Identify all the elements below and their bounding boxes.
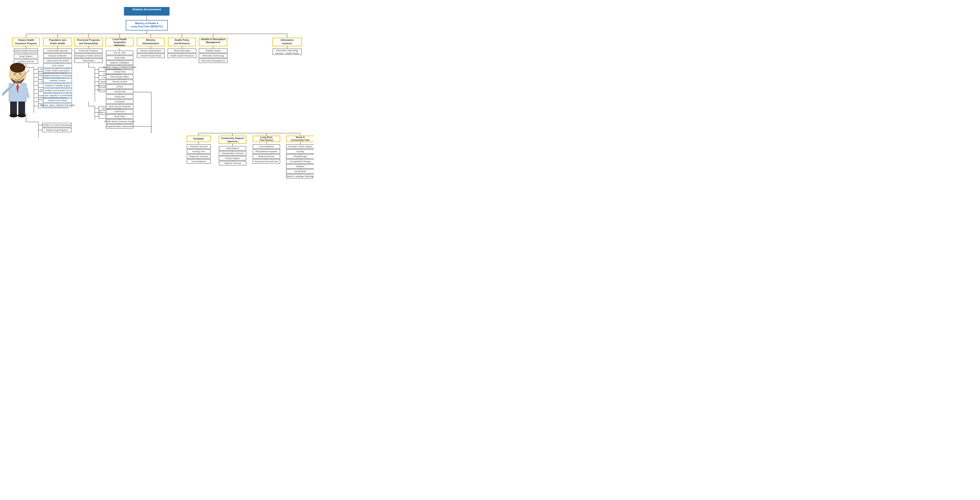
svg-text:Diagnostic Services: Diagnostic Services <box>189 155 208 158</box>
svg-text:Central: Central <box>116 85 123 88</box>
svg-text:Stewardship: Stewardship <box>83 59 94 62</box>
svg-text:Ontario Government: Ontario Government <box>132 8 161 11</box>
svg-text:Local Capacity & Coordination: Local Capacity & Coordination <box>43 94 72 97</box>
svg-text:Ontario Health: Ontario Health <box>18 38 34 41</box>
svg-text:Meal Delivery: Meal Delivery <box>226 147 239 150</box>
svg-text:Ontario Health Insurance: Ontario Health Insurance <box>14 49 38 52</box>
svg-text:Central West: Central West <box>113 70 126 73</box>
svg-text:Population and: Population and <box>49 38 66 41</box>
svg-text:Transportation Services: Transportation Services <box>221 152 244 154</box>
svg-text:Physiotherapy: Physiotherapy <box>293 155 307 158</box>
svg-text:Hamilton Niagara Haldimand Bra: Hamilton Niagara Haldimand Brant <box>103 66 136 68</box>
org-chart-svg: .svg-node-blue-fill { fill: #2970a8; str… <box>2 5 314 183</box>
svg-text:North Simcoe Muskoka: North Simcoe Muskoka <box>108 105 131 108</box>
svg-text:Information Technology: Information Technology <box>202 54 224 57</box>
svg-text:Care Homes: Care Homes <box>259 139 273 141</box>
svg-text:Smoke-Free Ontario: Smoke-Free Ontario <box>48 99 67 102</box>
svg-text:Social Work: Social Work <box>294 170 306 172</box>
svg-text:Local Health Agencies: Local Health Agencies <box>47 49 68 52</box>
svg-point-323 <box>14 73 16 75</box>
svg-text:Drug Program: Drug Program <box>19 55 33 57</box>
svg-text:Health Protection & Promotion: Health Protection & Promotion <box>43 74 72 77</box>
svg-text:Health Shared Services Ontario: Health Shared Services Ontario <box>105 120 135 123</box>
svg-text:Toronto Central: Toronto Central <box>113 80 127 83</box>
svg-text:Management: Management <box>206 41 221 43</box>
svg-text:Assistive Devices: Assistive Devices <box>18 60 34 63</box>
svg-text:Ministry of Health &: Ministry of Health & <box>135 22 158 25</box>
svg-text:Waterloo Wellington: Waterloo Wellington <box>110 61 129 64</box>
svg-text:Home &: Home & <box>296 136 305 139</box>
svg-text:Clinical Education: Clinical Education <box>173 49 191 52</box>
svg-text:Provincial Programs: Provincial Programs <box>79 49 98 52</box>
svg-text:Systems: Systems <box>282 42 292 45</box>
svg-text:Administration: Administration <box>142 42 159 45</box>
svg-text:Community Care: Community Care <box>291 139 310 141</box>
svg-text:Infection Control: Infection Control <box>50 79 65 82</box>
svg-text:Tuberculosis Prevention: Tuberculosis Prevention <box>46 59 69 62</box>
svg-text:Agencies: Agencies <box>228 140 238 143</box>
svg-text:Nursing: Nursing <box>297 150 304 153</box>
svg-text:Dietetics: Dietetics <box>296 165 305 167</box>
svg-text:Family Support: Family Support <box>225 157 240 159</box>
svg-text:Physician Services: Physician Services <box>189 145 208 148</box>
svg-text:Health System Research: Health System Research <box>170 54 194 57</box>
svg-text:Healthy Communities Fund: Healthy Communities Fund <box>45 89 71 92</box>
svg-point-325 <box>20 73 21 75</box>
svg-text:Medical Services: Medical Services <box>258 155 275 158</box>
svg-point-336 <box>10 114 18 117</box>
svg-text:Health Policy: Health Policy <box>175 38 189 41</box>
svg-text:Information: Information <box>281 38 294 41</box>
svg-text:Local Health: Local Health <box>113 38 127 41</box>
svg-text:Ministry Administration: Ministry Administration <box>140 49 161 52</box>
svg-point-326 <box>16 76 19 78</box>
svg-text:Information Technology: Information Technology <box>276 49 298 52</box>
svg-rect-335 <box>18 102 25 115</box>
svg-text:Information Management: Information Management <box>201 59 225 62</box>
svg-text:Ministry: Ministry <box>146 38 155 41</box>
svg-text:and Stewardship: and Stewardship <box>79 42 98 45</box>
svg-text:Hospitals: Hospitals <box>193 137 204 140</box>
svg-text:Disease Outbreaks: Disease Outbreaks <box>49 54 67 57</box>
svg-point-321 <box>10 63 25 73</box>
svg-text:Addiction Services: Addiction Services <box>224 162 241 164</box>
svg-text:Personal / Home Support: Personal / Home Support <box>288 145 312 148</box>
svg-text:eHealth Ontario: eHealth Ontario <box>206 49 221 52</box>
svg-text:Networks: Networks <box>114 44 125 46</box>
svg-text:and Research: and Research <box>174 42 190 45</box>
svg-text:Erie St. Clair: Erie St. Clair <box>113 51 126 54</box>
svg-line-333 <box>26 88 28 97</box>
svg-text:Children & Youth Pharmacare: Children & Youth Pharmacare <box>43 124 71 126</box>
svg-text:Provincial Programs: Provincial Programs <box>77 38 100 41</box>
svg-text:Community Support: Community Support <box>221 137 244 140</box>
svg-text:Accomodations: Accomodations <box>259 145 274 148</box>
svg-text:Champlain: Champlain <box>115 100 125 103</box>
svg-text:Nursing & Personal Care: Nursing & Personal Care <box>255 160 278 162</box>
svg-text:Supplementary Investments: Supplementary Investments <box>106 125 133 127</box>
svg-text:Nursing Care: Nursing Care <box>192 150 205 153</box>
svg-text:Ontario Review Board: Ontario Review Board <box>140 54 161 57</box>
svg-rect-334 <box>10 102 17 115</box>
svg-text:Long Term Care (MOHLTC): Long Term Care (MOHLTC) <box>131 25 162 28</box>
svg-text:South West: South West <box>114 56 125 59</box>
svg-text:Public Health: Public Health <box>50 42 65 45</box>
svg-text:Integration: Integration <box>113 41 126 43</box>
svg-text:Occupational Therapy: Occupational Therapy <box>290 160 311 162</box>
svg-text:Public Health Associations: Public Health Associations <box>45 69 70 72</box>
svg-text:North East: North East <box>115 110 125 113</box>
svg-text:North West: North West <box>114 115 125 118</box>
svg-text:Services - Health Cluster: Services - Health Cluster <box>275 52 299 54</box>
svg-text:Insurance Program: Insurance Program <box>15 42 37 45</box>
svg-text:eHealth & Information: eHealth & Information <box>201 38 225 41</box>
svg-text:Mississauga Halton: Mississauga Halton <box>110 75 129 78</box>
svg-text:Recreational Programs: Recreational Programs <box>255 150 277 153</box>
svg-text:Accomodations: Accomodations <box>191 160 206 162</box>
svg-text:Long-Term: Long-Term <box>260 136 272 139</box>
svg-text:STD Control: STD Control <box>52 64 64 67</box>
svg-text:Disease, Injury, Addiction Pre: Disease, Injury, Addiction Prevention <box>40 104 75 106</box>
svg-text:South East: South East <box>115 95 125 98</box>
svg-text:Nutrition & Healthy Eating: Nutrition & Healthy Eating <box>45 84 70 87</box>
svg-text:Emergency Health Services: Emergency Health Services <box>75 54 102 57</box>
svg-point-337 <box>18 114 26 117</box>
svg-text:Central East: Central East <box>114 90 126 93</box>
svg-text:Speech Language Pathology: Speech Language Pathology <box>286 175 314 177</box>
